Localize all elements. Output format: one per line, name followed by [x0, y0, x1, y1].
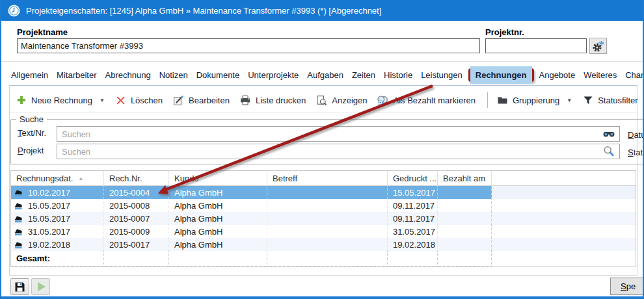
toolbar-separator: [487, 92, 488, 108]
window-title: Projekteigenschaften: [1245] Alpha GmbH …: [26, 6, 381, 16]
project-settings-button[interactable]: [589, 38, 607, 54]
run-button[interactable]: [31, 278, 50, 295]
toolbar-divider: [10, 112, 637, 112]
column-header-gedruckt[interactable]: Gedruckt ...: [388, 171, 438, 185]
new-invoice-label: Neue Rechnung: [31, 96, 92, 105]
window-bottom-border: [0, 296, 644, 299]
table-header-row: Rechnungsdat. ▲ Rech.Nr. Kunde Betreff G…: [11, 171, 636, 186]
column-header-bezahlt-am[interactable]: Bezahlt am: [438, 171, 492, 185]
delete-label: Löschen: [131, 96, 163, 105]
red-annotation-box: Rechnungen: [468, 68, 534, 82]
column-header-rechnungsdatum[interactable]: Rechnungsdat. ▲: [11, 171, 104, 185]
chevron-down-icon[interactable]: ▼: [567, 98, 572, 103]
table-row[interactable]: 31.05.2017 2015-0009 Alpha GmbH 31.05.20…: [11, 225, 636, 238]
invoice-table: Rechnungsdat. ▲ Rech.Nr. Kunde Betreff G…: [10, 170, 636, 267]
header-divider: [1, 61, 644, 62]
tab-allgemein[interactable]: Allgemein: [11, 70, 48, 80]
tab-mitarbeiter[interactable]: Mitarbeiter: [57, 70, 96, 80]
date-filter-field-label: Datu: [628, 130, 644, 140]
tab-rechnungen[interactable]: Rechnungen: [470, 66, 532, 84]
delete-x-icon: [115, 95, 126, 105]
tab-angebote[interactable]: Angebote: [539, 70, 576, 80]
titlebar[interactable]: Projekteigenschaften: [1245] Alpha GmbH …: [0, 0, 644, 21]
status-filter-button[interactable]: Statusfilter ▼: [582, 95, 644, 105]
tab-dokumente[interactable]: Dokumente: [196, 70, 239, 80]
delete-button[interactable]: Löschen: [115, 95, 163, 105]
grouping-button[interactable]: Gruppierung ▼: [497, 95, 572, 105]
tab-zeiten[interactable]: Zeiten: [352, 70, 375, 80]
search-legend: Suche: [16, 114, 47, 124]
column-header-betreff[interactable]: Betreff: [267, 171, 388, 185]
project-search-input[interactable]: [57, 144, 620, 159]
save-close-label: Spe: [621, 281, 636, 291]
tab-weiteres[interactable]: Weiteres: [584, 70, 617, 80]
printer-icon: [240, 95, 251, 105]
project-nr-label: Projektnr.: [485, 27, 524, 37]
printed-invoice-icon: [14, 201, 24, 210]
column-header-kunde[interactable]: Kunde: [169, 171, 267, 185]
print-list-label: Liste drucken: [256, 96, 306, 105]
project-nr-input[interactable]: [485, 38, 587, 53]
edit-label: Bearbeiten: [189, 96, 230, 105]
table-row[interactable]: 15.05.2017 2015-0008 Alpha GmbH 09.11.20…: [11, 199, 636, 212]
tab-leistungen[interactable]: Leistungen: [421, 70, 463, 80]
plus-icon: [16, 95, 27, 105]
project-search-label: Projekt: [18, 146, 44, 155]
text-nr-label: Text/Nr.: [18, 128, 46, 138]
coins-icon: [377, 95, 388, 105]
printed-invoice-icon: [14, 188, 24, 197]
table-footer-row: Gesamt:: [11, 251, 636, 266]
status-filter-label: Statusfilter: [598, 96, 637, 105]
printed-invoice-icon: [14, 227, 24, 236]
edit-icon: [173, 95, 184, 105]
table-row[interactable]: 15.05.2017 2015-0007 Alpha GmbH 09.11.20…: [11, 212, 636, 225]
invoice-toolbar: Neue Rechnung ▼ Löschen Bearbeiten: [16, 90, 644, 110]
show-label: Anzeigen: [332, 96, 367, 105]
printed-invoice-icon: [14, 214, 24, 223]
show-button[interactable]: Anzeigen: [316, 95, 367, 105]
print-list-button[interactable]: Liste drucken: [240, 95, 306, 105]
magnifier-icon: [603, 146, 615, 156]
text-nr-search-input[interactable]: [57, 126, 620, 142]
mark-paid-button[interactable]: Als Bezahlt markieren: [377, 95, 475, 105]
new-invoice-button[interactable]: Neue Rechnung ▼: [16, 95, 105, 105]
printed-invoice-icon: [14, 240, 24, 249]
funnel-icon: [582, 95, 593, 105]
save-button[interactable]: [10, 278, 29, 295]
project-name-label: Projektname: [17, 27, 68, 37]
tab-aufgaben[interactable]: Aufgaben: [307, 70, 343, 80]
tab-abrechnung[interactable]: Abrechnung: [105, 70, 151, 80]
chevron-down-icon[interactable]: ▼: [100, 98, 105, 103]
clock-app-icon: [8, 5, 20, 17]
project-properties-window: Projekteigenschaften: [1245] Alpha GmbH …: [0, 0, 644, 299]
tab-bar: Allgemein Mitarbeiter Abrechnung Notizen…: [11, 64, 644, 86]
column-header-filler: [492, 171, 636, 185]
edit-button[interactable]: Bearbeiten: [173, 95, 230, 105]
gear-icon: [592, 40, 604, 52]
column-header-rech-nr[interactable]: Rech.Nr.: [104, 171, 169, 185]
sort-ascending-icon: ▲: [78, 176, 83, 181]
tab-charts[interactable]: Charts: [625, 70, 644, 80]
folder-icon: [497, 95, 508, 105]
table-row[interactable]: 19.02.2018 2015-0017 Alpha GmbH 19.02.20…: [11, 238, 636, 251]
mark-paid-label: Als Bezahlt markieren: [393, 96, 475, 105]
tab-historie[interactable]: Historie: [384, 70, 412, 80]
tab-notizen[interactable]: Notizen: [159, 70, 188, 80]
project-name-input[interactable]: [17, 38, 480, 53]
grouping-label: Gruppierung: [513, 96, 559, 105]
floppy-disk-icon: [14, 281, 25, 292]
table-row-selected[interactable]: 10.02.2017 2015-0004 Alpha GmbH 15.05.20…: [11, 186, 636, 199]
save-close-button[interactable]: Spe: [610, 278, 644, 295]
binoculars-icon: [603, 129, 615, 139]
preview-icon: [316, 95, 327, 105]
play-icon: [38, 282, 46, 291]
search-groupbox: Suche Text/Nr. Datu Projekt Stat: [10, 119, 644, 164]
status-filter-field-label: Stat: [628, 148, 643, 157]
tab-unterprojekte[interactable]: Unterprojekte: [248, 70, 299, 80]
footer-total-label: Gesamt:: [11, 251, 104, 266]
